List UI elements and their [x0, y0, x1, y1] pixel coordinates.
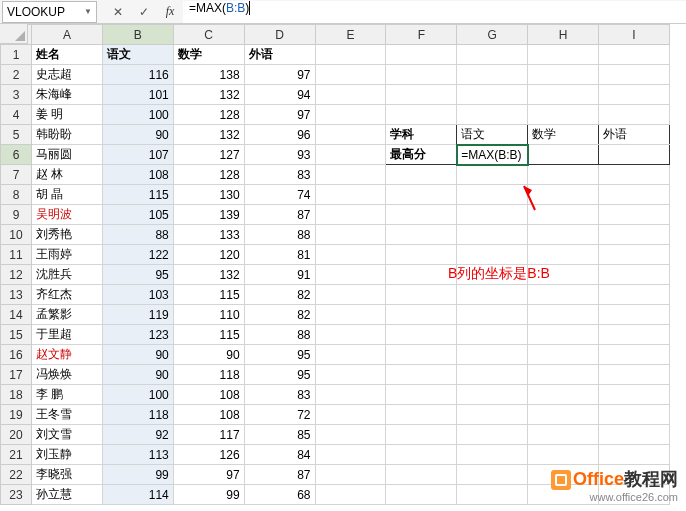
- row-header-3[interactable]: 3: [1, 85, 32, 105]
- cell-C16[interactable]: 90: [173, 345, 244, 365]
- cell-C1[interactable]: 数学: [173, 45, 244, 65]
- cell-C2[interactable]: 138: [173, 65, 244, 85]
- cell-empty[interactable]: [386, 325, 457, 345]
- cell-B9[interactable]: 105: [102, 205, 173, 225]
- cell-C18[interactable]: 108: [173, 385, 244, 405]
- cell-empty[interactable]: [315, 365, 386, 385]
- cell-empty[interactable]: [457, 385, 528, 405]
- cell-empty[interactable]: [528, 425, 599, 445]
- cell-B23[interactable]: 114: [102, 485, 173, 505]
- cell-empty[interactable]: [599, 305, 670, 325]
- cell-empty[interactable]: [315, 45, 386, 65]
- cell-empty[interactable]: [528, 285, 599, 305]
- cell-empty[interactable]: [315, 485, 386, 505]
- cell-empty[interactable]: [315, 465, 386, 485]
- cell-G5[interactable]: 语文: [457, 125, 528, 145]
- cell-empty[interactable]: [386, 285, 457, 305]
- row-header-8[interactable]: 8: [1, 185, 32, 205]
- cell-empty[interactable]: [528, 325, 599, 345]
- cell-A12[interactable]: 沈胜兵: [32, 265, 103, 285]
- cell-empty[interactable]: [599, 425, 670, 445]
- cell-empty[interactable]: [386, 65, 457, 85]
- cell-empty[interactable]: [528, 205, 599, 225]
- cell-D16[interactable]: 95: [244, 345, 315, 365]
- name-box[interactable]: VLOOKUP ▼: [2, 1, 97, 23]
- cell-D5[interactable]: 96: [244, 125, 315, 145]
- cell-D1[interactable]: 外语: [244, 45, 315, 65]
- cell-G6[interactable]: =MAX(B:B): [457, 145, 528, 165]
- cell-empty[interactable]: [457, 365, 528, 385]
- cell-C4[interactable]: 128: [173, 105, 244, 125]
- cell-B17[interactable]: 90: [102, 365, 173, 385]
- cell-A13[interactable]: 齐红杰: [32, 285, 103, 305]
- cell-B16[interactable]: 90: [102, 345, 173, 365]
- formula-input[interactable]: =MAX(B:B): [183, 1, 686, 23]
- cell-D11[interactable]: 81: [244, 245, 315, 265]
- cell-empty[interactable]: [386, 345, 457, 365]
- cell-empty[interactable]: [599, 405, 670, 425]
- cell-B20[interactable]: 92: [102, 425, 173, 445]
- cell-A3[interactable]: 朱海峰: [32, 85, 103, 105]
- cell-empty[interactable]: [457, 425, 528, 445]
- cell-empty[interactable]: [528, 165, 599, 185]
- cell-D23[interactable]: 68: [244, 485, 315, 505]
- row-header-4[interactable]: 4: [1, 105, 32, 125]
- accept-icon[interactable]: ✓: [131, 2, 157, 22]
- cell-empty[interactable]: [457, 245, 528, 265]
- cell-empty[interactable]: [315, 385, 386, 405]
- cell-empty[interactable]: [599, 445, 670, 465]
- cell-empty[interactable]: [599, 325, 670, 345]
- cell-D14[interactable]: 82: [244, 305, 315, 325]
- cell-empty[interactable]: [599, 265, 670, 285]
- cell-empty[interactable]: [315, 225, 386, 245]
- cell-empty[interactable]: [599, 185, 670, 205]
- col-header-E[interactable]: E: [315, 25, 386, 45]
- cell-empty[interactable]: [457, 225, 528, 245]
- cell-empty[interactable]: [528, 245, 599, 265]
- cell-F5[interactable]: 学科: [386, 125, 457, 145]
- cell-empty[interactable]: [528, 265, 599, 285]
- row-header-9[interactable]: 9: [1, 205, 32, 225]
- cell-empty[interactable]: [599, 385, 670, 405]
- cell-empty[interactable]: [315, 65, 386, 85]
- cell-empty[interactable]: [599, 165, 670, 185]
- cell-C7[interactable]: 128: [173, 165, 244, 185]
- cell-D13[interactable]: 82: [244, 285, 315, 305]
- cell-empty[interactable]: [528, 45, 599, 65]
- cell-C9[interactable]: 139: [173, 205, 244, 225]
- cell-empty[interactable]: [315, 165, 386, 185]
- cell-A14[interactable]: 孟繁影: [32, 305, 103, 325]
- row-header-23[interactable]: 23: [1, 485, 32, 505]
- cell-A5[interactable]: 韩盼盼: [32, 125, 103, 145]
- cell-empty[interactable]: [315, 205, 386, 225]
- row-header-16[interactable]: 16: [1, 345, 32, 365]
- cell-empty[interactable]: [457, 345, 528, 365]
- cell-empty[interactable]: [599, 285, 670, 305]
- cell-F6[interactable]: 最高分: [386, 145, 457, 165]
- cell-D6[interactable]: 93: [244, 145, 315, 165]
- cell-empty[interactable]: [528, 65, 599, 85]
- row-header-2[interactable]: 2: [1, 65, 32, 85]
- cell-A11[interactable]: 王雨婷: [32, 245, 103, 265]
- cell-empty[interactable]: [386, 425, 457, 445]
- cell-D4[interactable]: 97: [244, 105, 315, 125]
- cell-empty[interactable]: [528, 185, 599, 205]
- cell-E5[interactable]: [315, 125, 386, 145]
- cell-C10[interactable]: 133: [173, 225, 244, 245]
- cell-empty[interactable]: [386, 365, 457, 385]
- cell-empty[interactable]: [386, 185, 457, 205]
- cell-empty[interactable]: [457, 205, 528, 225]
- cell-empty[interactable]: [457, 265, 528, 285]
- cell-empty[interactable]: [386, 445, 457, 465]
- cell-B15[interactable]: 123: [102, 325, 173, 345]
- cell-empty[interactable]: [599, 245, 670, 265]
- cell-C6[interactable]: 127: [173, 145, 244, 165]
- row-header-13[interactable]: 13: [1, 285, 32, 305]
- cell-C21[interactable]: 126: [173, 445, 244, 465]
- cell-C3[interactable]: 132: [173, 85, 244, 105]
- cell-empty[interactable]: [315, 305, 386, 325]
- cell-A20[interactable]: 刘文雪: [32, 425, 103, 445]
- cell-A22[interactable]: 李晓强: [32, 465, 103, 485]
- cell-empty[interactable]: [528, 445, 599, 465]
- cell-empty[interactable]: [528, 405, 599, 425]
